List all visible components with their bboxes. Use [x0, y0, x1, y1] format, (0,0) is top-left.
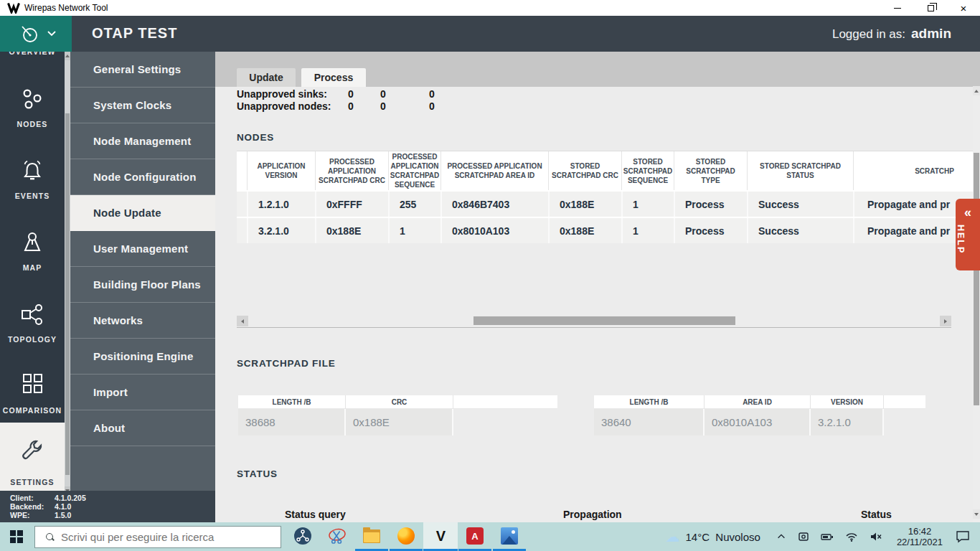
row-cell: 1 — [390, 218, 442, 243]
overview-active-tile[interactable] — [0, 16, 72, 52]
close-button[interactable]: × — [947, 0, 980, 16]
topology-icon[interactable] — [19, 302, 45, 328]
grid-squares-icon[interactable] — [19, 371, 45, 397]
logged-in-status: Logged in as:admin — [832, 26, 951, 42]
firefox-icon[interactable] — [397, 527, 415, 545]
nodes-table: APPLICATION VERSION PROCESSED APPLICATIO… — [237, 151, 980, 243]
help-tab[interactable]: « HELP — [956, 199, 980, 270]
unapproved-sinks-label: Unapproved sinks: — [237, 88, 327, 100]
menu-item-user-management[interactable]: User Management — [70, 231, 215, 267]
taskbar-clock[interactable]: 16:42 22/11/2021 — [897, 526, 943, 547]
search-icon — [46, 533, 54, 541]
meet-now-icon[interactable] — [798, 531, 809, 542]
row-cell: 255 — [390, 192, 442, 217]
photos-icon[interactable] — [500, 527, 519, 545]
column-header: PROCESSED APPLICATION SCRATCHPAD CRC — [316, 151, 389, 190]
search-input[interactable] — [61, 531, 269, 543]
menu-item-positioning-engine[interactable]: Positioning Engine — [70, 339, 215, 375]
weather-widget[interactable]: ☁ 14°C Nuvoloso — [665, 529, 770, 544]
column-header-empty — [237, 151, 248, 190]
status-label: Status — [861, 509, 892, 520]
hscroll-left-button[interactable] — [237, 316, 248, 326]
file-explorer-icon[interactable] — [362, 527, 381, 545]
bell-icon[interactable] — [19, 158, 45, 184]
column-header-empty — [453, 395, 557, 409]
tab-update[interactable]: Update — [237, 68, 296, 87]
weather-condition: Nuvoloso — [715, 531, 760, 543]
tab-process[interactable]: Process — [301, 68, 366, 87]
network-tool-icon[interactable] — [293, 527, 312, 545]
table-row[interactable]: 3.2.1.0 0x188E 1 0x8010A103 0x188E 1 Pro… — [237, 217, 980, 243]
map-pin-icon[interactable] — [19, 230, 45, 255]
nodes-circles-icon[interactable] — [19, 87, 45, 113]
action-center-icon[interactable] — [956, 530, 970, 543]
sidebar-scrollbar[interactable] — [65, 52, 70, 495]
weather-temp: 14°C — [685, 531, 710, 543]
menu-item-node-update[interactable]: Node Update — [70, 195, 215, 231]
start-button[interactable] — [10, 530, 23, 543]
row-cell: 0x8010A103 — [442, 218, 550, 243]
menu-item-import[interactable]: Import — [70, 375, 215, 410]
row-cell: 0xFFFF — [316, 192, 390, 217]
hscroll-thumb[interactable] — [473, 316, 735, 325]
table-row[interactable]: 1.2.1.0 0xFFFF 255 0x846B7403 0x188E 1 P… — [237, 190, 980, 217]
chevron-down-icon[interactable] — [47, 31, 56, 37]
unapproved-sinks-row: Unapproved sinks: 0 0 0 — [237, 88, 327, 100]
file-length-value: 38640 — [594, 409, 705, 435]
wirepas-logo-icon — [7, 2, 20, 14]
unapproved-nodes-value: 0 — [346, 100, 356, 112]
scratchpad-length-value: 38688 — [238, 409, 346, 435]
backend-version-value: 4.1.0 — [55, 502, 71, 511]
menu-item-general-settings[interactable]: General Settings — [70, 52, 215, 88]
row-cell: Process — [675, 192, 748, 217]
content-scroll-down-button[interactable] — [973, 509, 980, 519]
menu-item-node-configuration[interactable]: Node Configuration — [70, 159, 215, 195]
content-scrollbar-thumb[interactable] — [974, 153, 979, 405]
wirepas-app-icon[interactable]: V — [431, 527, 450, 545]
tray-expand-icon[interactable] — [776, 532, 786, 542]
unapproved-nodes-row: Unapproved nodes: 0 0 0 — [237, 100, 331, 113]
snipping-tool-icon[interactable] — [328, 527, 347, 545]
sidebar-item-events[interactable]: EVENTS — [0, 192, 65, 200]
adobe-acrobat-icon[interactable]: A — [466, 527, 484, 545]
version-info: Client:4.1.0.205 Backend:4.1.0 WPE:1.5.0 — [0, 491, 215, 522]
sidebar-item-settings-tile[interactable]: SETTINGS — [0, 423, 65, 491]
scratchpad-file-table: LENGTH /B AREA ID VERSION 38640 0x8010A1… — [594, 395, 925, 435]
sidebar-item-map[interactable]: MAP — [0, 263, 65, 272]
cloud-icon: ☁ — [665, 529, 679, 544]
clock-time: 16:42 — [897, 526, 943, 537]
sidebar-item-topology[interactable]: TOPOLOGY — [0, 335, 65, 344]
volume-muted-icon[interactable] — [870, 531, 882, 542]
row-cell: 0x188E — [550, 192, 623, 217]
menu-item-system-clocks[interactable]: System Clocks — [70, 88, 215, 123]
taskbar-search[interactable] — [34, 526, 281, 548]
os-titlebar: Wirepas Network Tool × — [0, 0, 980, 16]
minimize-button[interactable] — [881, 0, 914, 16]
row-cell: 1 — [623, 192, 675, 217]
wifi-icon[interactable] — [845, 531, 858, 542]
menu-item-node-management[interactable]: Node Management — [70, 123, 215, 159]
column-header: PROCESSED APPLICATION SCRATCHPAD SEQUENC… — [389, 151, 441, 190]
restore-button[interactable] — [914, 0, 947, 16]
sidebar-scrollbar-thumb[interactable] — [65, 113, 70, 475]
help-tab-label: HELP — [956, 225, 966, 254]
row-cell: Process — [675, 218, 748, 243]
menu-item-building-floor-plans[interactable]: Building Floor Plans — [70, 267, 215, 303]
hscroll-right-button[interactable] — [940, 316, 951, 326]
sidebar-item-comparison[interactable]: COMPARISON — [0, 406, 65, 415]
content-scroll-up-button[interactable] — [973, 86, 980, 95]
menu-item-networks[interactable]: Networks — [70, 303, 215, 339]
section-divider — [237, 327, 951, 328]
propagation-label: Propagation — [563, 509, 622, 520]
wpe-version-label: WPE: — [10, 511, 55, 519]
scratchpad-section-title: SCRATCHPAD FILE — [237, 358, 336, 369]
menu-item-about[interactable]: About — [70, 410, 215, 446]
content-scrollbar[interactable] — [973, 86, 980, 522]
column-header: AREA ID — [705, 395, 811, 409]
battery-icon[interactable] — [821, 531, 834, 542]
column-header: STORED SCRATCHPAD STATUS — [748, 151, 854, 190]
sidebar-scroll-up-button[interactable] — [65, 52, 70, 60]
logged-in-label: Logged in as: — [832, 27, 905, 41]
client-version-label: Client: — [10, 494, 55, 502]
sidebar-item-nodes[interactable]: NODES — [0, 120, 65, 128]
